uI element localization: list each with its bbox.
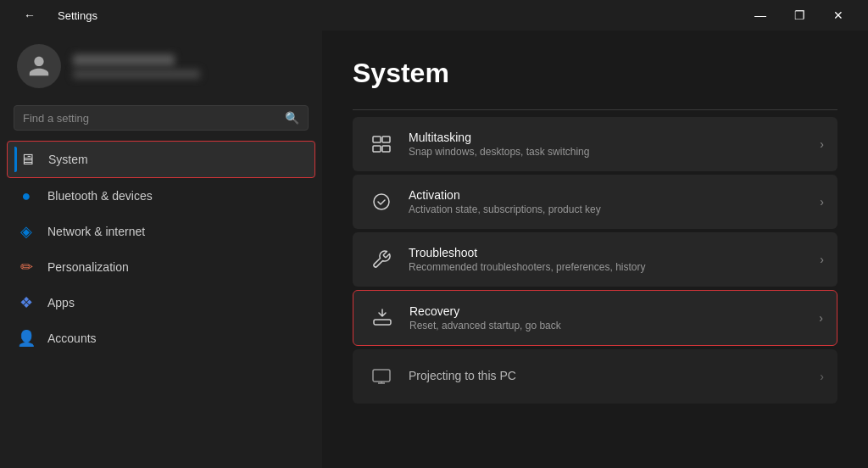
user-info	[73, 54, 200, 79]
multitasking-icon	[366, 129, 397, 159]
sidebar-item-accounts[interactable]: 👤 Accounts	[0, 320, 322, 356]
sidebar-item-label: Personalization	[47, 260, 129, 274]
close-button[interactable]: ✕	[819, 2, 858, 29]
settings-item-troubleshoot[interactable]: Troubleshoot Recommended troubleshooters…	[353, 232, 837, 287]
projecting-icon	[366, 361, 397, 392]
activation-title: Activation	[409, 188, 820, 202]
recovery-text: Recovery Reset, advanced startup, go bac…	[409, 304, 819, 332]
sidebar-item-system[interactable]: 🖥 System	[7, 141, 315, 178]
accounts-icon: 👤	[17, 329, 36, 348]
sidebar-item-label: Bluetooth & devices	[47, 189, 153, 203]
multitasking-desc: Snap windows, desktops, task switching	[409, 146, 820, 158]
svg-rect-3	[382, 146, 390, 152]
troubleshoot-desc: Recommended troubleshooters, preferences…	[409, 261, 820, 273]
main-layout: 🔍 🖥 System ● Bluetooth & devices ◈ Netwo…	[0, 31, 868, 468]
sidebar-item-label: Accounts	[47, 332, 97, 345]
activation-text: Activation Activation state, subscriptio…	[409, 188, 820, 215]
settings-item-activation[interactable]: Activation Activation state, subscriptio…	[353, 175, 837, 229]
activation-chevron-icon: ›	[820, 195, 824, 209]
user-email	[73, 70, 200, 79]
svg-rect-5	[374, 320, 391, 325]
projecting-title: Projecting to this PC	[409, 369, 820, 382]
projecting-chevron-icon: ›	[820, 370, 824, 383]
bluetooth-icon: ●	[17, 187, 36, 205]
activation-desc: Activation state, subscriptions, product…	[409, 203, 820, 215]
multitasking-text: Multitasking Snap windows, desktops, tas…	[409, 131, 820, 158]
troubleshoot-chevron-icon: ›	[820, 253, 824, 266]
svg-rect-0	[373, 136, 381, 142]
window-controls: — ❐ ✕	[741, 2, 858, 29]
settings-item-recovery[interactable]: Recovery Reset, advanced startup, go bac…	[353, 290, 837, 346]
nav-items: 🖥 System ● Bluetooth & devices ◈ Network…	[0, 141, 322, 468]
content-area: System Multitasking Snap windows, deskto…	[322, 31, 868, 468]
search-input[interactable]	[23, 112, 278, 125]
sidebar-item-personalization[interactable]: ✏ Personalization	[0, 249, 322, 285]
settings-item-multitasking[interactable]: Multitasking Snap windows, desktops, tas…	[353, 117, 837, 171]
svg-rect-6	[373, 370, 390, 382]
sidebar: 🔍 🖥 System ● Bluetooth & devices ◈ Netwo…	[0, 31, 322, 468]
title-bar: ← Settings — ❐ ✕	[0, 0, 868, 31]
svg-rect-1	[382, 136, 390, 142]
activation-icon	[366, 187, 397, 217]
recovery-chevron-icon: ›	[819, 311, 823, 325]
apps-icon: ❖	[17, 293, 36, 312]
network-icon: ◈	[17, 222, 36, 241]
user-avatar-icon	[27, 54, 51, 78]
svg-point-4	[374, 194, 389, 209]
sidebar-item-label: Apps	[47, 296, 75, 309]
user-profile[interactable]	[0, 31, 322, 105]
avatar	[17, 44, 61, 88]
sidebar-item-label: Network & internet	[47, 225, 145, 238]
back-button[interactable]: ←	[10, 2, 49, 29]
troubleshoot-title: Troubleshoot	[409, 246, 820, 259]
system-icon: 🖥	[18, 150, 36, 169]
troubleshoot-icon	[366, 244, 397, 275]
maximize-button[interactable]: ❐	[780, 2, 819, 29]
user-name	[73, 54, 175, 66]
sidebar-item-network[interactable]: ◈ Network & internet	[0, 214, 322, 249]
troubleshoot-text: Troubleshoot Recommended troubleshooters…	[409, 246, 820, 273]
sidebar-item-label: System	[48, 153, 88, 166]
recovery-icon	[367, 303, 398, 333]
sidebar-item-apps[interactable]: ❖ Apps	[0, 285, 322, 320]
recovery-title: Recovery	[409, 304, 819, 318]
settings-item-projecting[interactable]: Projecting to this PC ›	[353, 349, 837, 404]
search-icon: 🔍	[285, 111, 299, 125]
multitasking-title: Multitasking	[409, 131, 820, 144]
svg-rect-2	[373, 146, 381, 152]
app-title: Settings	[58, 9, 97, 22]
sidebar-item-bluetooth[interactable]: ● Bluetooth & devices	[0, 178, 322, 214]
minimize-button[interactable]: —	[741, 2, 780, 29]
projecting-text: Projecting to this PC	[409, 369, 820, 384]
personalization-icon: ✏	[17, 258, 36, 276]
search-box[interactable]: 🔍	[14, 105, 309, 131]
page-title: System	[353, 58, 837, 89]
divider	[353, 109, 837, 110]
multitasking-chevron-icon: ›	[820, 137, 824, 151]
recovery-desc: Reset, advanced startup, go back	[409, 320, 819, 332]
title-bar-left: ← Settings	[10, 2, 97, 29]
